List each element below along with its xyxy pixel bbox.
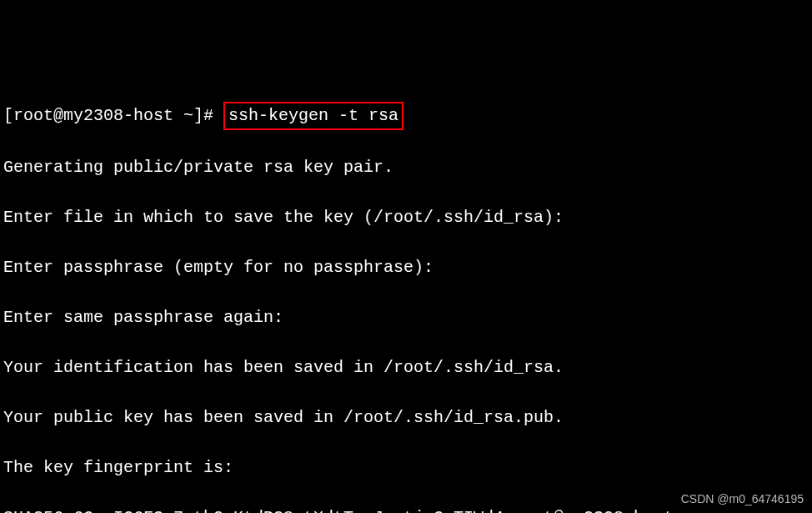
output-line: Enter file in which to save the key (/ro… bbox=[3, 205, 809, 230]
command-line[interactable]: [root@my2308-host ~]# ssh-keygen -t rsa bbox=[3, 102, 809, 130]
highlighted-command: ssh-keygen -t rsa bbox=[223, 102, 403, 130]
output-line: Enter passphrase (empty for no passphras… bbox=[3, 255, 809, 280]
output-line: The key fingerprint is: bbox=[3, 455, 809, 480]
output-line: Your identification has been saved in /r… bbox=[3, 355, 809, 380]
watermark-text: CSDN @m0_64746195 bbox=[681, 490, 804, 508]
shell-prompt: [root@my2308-host ~]# bbox=[3, 106, 223, 125]
output-line: Enter same passphrase again: bbox=[3, 305, 809, 330]
output-line: Generating public/private rsa key pair. bbox=[3, 155, 809, 180]
output-line: Your public key has been saved in /root/… bbox=[3, 405, 809, 430]
